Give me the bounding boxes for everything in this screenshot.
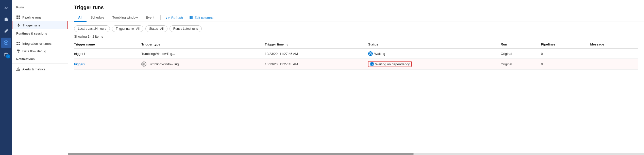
time-filter-pill[interactable]: Local : Last 24 hours (74, 25, 110, 32)
pencil-icon (4, 28, 9, 34)
refresh-button[interactable]: Refresh (163, 14, 186, 21)
sidebar-item-trigger-runs[interactable]: Trigger runs (12, 21, 68, 29)
svg-point-14 (18, 70, 19, 70)
divider3 (12, 64, 68, 64)
message-cell-2 (590, 59, 638, 70)
trigger-time-cell-1: 10/23/20, 11:27:45 AM (265, 49, 368, 59)
col-header-status: Status (368, 40, 501, 49)
svg-rect-8 (19, 42, 20, 43)
sort-icon: ↑↓ (285, 43, 288, 46)
horizontal-scrollbar[interactable] (68, 153, 644, 155)
briefcase-nav-button[interactable]: 2 (1, 49, 11, 59)
alerts-metrics-icon (16, 67, 20, 71)
run-cell-1: Original (501, 49, 541, 59)
status-cell-2: Waiting on dependency (368, 59, 501, 70)
pipelines-cell-2: 0 (541, 59, 590, 70)
data-flow-debug-icon (16, 49, 20, 53)
tab-event[interactable]: Event (142, 13, 158, 22)
cancel-symbol (142, 63, 145, 66)
main-content: Trigger runs All Schedule Tumbling windo… (68, 0, 644, 155)
edit-columns-label: Edit columns (195, 16, 213, 20)
sidebar-item-data-flow-debug[interactable]: Data flow debug (12, 47, 68, 55)
svg-rect-6 (19, 18, 20, 19)
trigger-time-cell-2: 10/23/20, 11:27:45 AM (265, 59, 368, 70)
trigger-runs-label: Trigger runs (23, 23, 40, 27)
showing-text: Showing 1 - 2 items (68, 35, 644, 40)
name-filter-pill[interactable]: Trigger name : All (112, 25, 143, 32)
scrollbar-thumb[interactable] (68, 153, 414, 155)
table-area: Trigger name Trigger type Trigger time ↑… (68, 40, 644, 153)
svg-rect-10 (19, 44, 20, 45)
svg-rect-5 (16, 18, 18, 19)
table-row: trigger2 TumblingWindowTrig... 10/23/20,… (74, 59, 638, 70)
trigger-type-cell-2: TumblingWindowTrig... (141, 59, 265, 70)
tab-all[interactable]: All (74, 13, 87, 22)
svg-rect-4 (19, 16, 20, 17)
divider2 (12, 38, 68, 38)
integration-runtimes-icon (16, 41, 20, 45)
pipeline-runs-icon (16, 15, 20, 19)
tab-divider (160, 15, 161, 20)
waiting-icon-2 (370, 62, 374, 66)
runtimes-section-label: Runtimes & sessions (12, 29, 68, 36)
edit-columns-button[interactable]: Edit columns (186, 14, 216, 21)
cancel-icon (141, 61, 146, 67)
trigger2-link[interactable]: trigger2 (74, 62, 85, 66)
monitor-icon (4, 40, 9, 45)
message-cell-1 (590, 49, 638, 59)
filters-area: Local : Last 24 hours Trigger name : All… (68, 22, 644, 35)
trigger-runs-icon (16, 23, 21, 27)
tab-schedule[interactable]: Schedule (87, 13, 108, 22)
col-header-pipelines: Pipelines (541, 40, 590, 49)
sidebar-item-alerts-metrics[interactable]: Alerts & metrics (12, 65, 68, 73)
pencil-nav-button[interactable] (1, 26, 11, 36)
status-cell-1: Waiting (368, 49, 501, 59)
home-nav-button[interactable] (1, 14, 11, 24)
sidebar: Runs Pipeline runs Trigger runs Runtimes… (12, 0, 68, 155)
trigger-runs-table: Trigger name Trigger type Trigger time ↑… (74, 40, 638, 70)
waiting-icon-1 (368, 51, 373, 56)
tab-bar: All Schedule Tumbling window Event Refre… (74, 13, 638, 22)
integration-runtimes-label: Integration runtimes (22, 42, 52, 45)
svg-rect-9 (16, 44, 18, 45)
trigger-name-cell-1: trigger1 (74, 49, 141, 59)
svg-point-12 (18, 52, 19, 53)
clock-icon (369, 52, 372, 55)
page-header: Trigger runs All Schedule Tumbling windo… (68, 0, 644, 22)
status-filter-pill[interactable]: Status : All (145, 25, 167, 32)
refresh-icon (166, 16, 170, 20)
svg-rect-3 (16, 16, 18, 17)
monitor-nav-button[interactable] (1, 38, 11, 48)
svg-rect-7 (16, 42, 18, 43)
col-header-trigger-name: Trigger name (74, 40, 141, 49)
clock-icon-2 (370, 63, 374, 66)
alerts-metrics-label: Alerts & metrics (22, 67, 45, 71)
runs-section-label: Runs (12, 3, 68, 10)
divider1 (12, 12, 68, 12)
col-header-trigger-time[interactable]: Trigger time ↑↓ (265, 40, 368, 49)
home-icon (4, 17, 9, 22)
icon-bar: ≫ 2 (0, 0, 12, 155)
data-flow-debug-label: Data flow debug (22, 49, 46, 53)
table-row: trigger1 TumblingWindowTrig... 10/23/20,… (74, 49, 638, 59)
tab-tumbling-window[interactable]: Tumbling window (108, 13, 142, 22)
run-cell-2: Original (501, 59, 541, 70)
svg-point-1 (5, 42, 7, 43)
expand-nav-button[interactable]: ≫ (1, 3, 11, 13)
status-boxed-cell: Waiting on dependency (368, 61, 411, 67)
col-header-trigger-type: Trigger type (141, 40, 265, 49)
notifications-section-label: Notifications (12, 55, 68, 62)
badge-count: 2 (6, 54, 10, 58)
edit-columns-icon (189, 16, 193, 20)
page-title: Trigger runs (74, 5, 638, 10)
runs-filter-pill[interactable]: Runs : Latest runs (170, 25, 202, 32)
trigger-type-cell-1: TumblingWindowTrig... (141, 49, 265, 59)
sidebar-item-integration-runtimes[interactable]: Integration runtimes (12, 40, 68, 47)
col-header-run: Run (501, 40, 541, 49)
sidebar-item-pipeline-runs[interactable]: Pipeline runs (12, 13, 68, 21)
trigger-name-cell-2[interactable]: trigger2 (74, 59, 141, 70)
pipeline-runs-label: Pipeline runs (22, 16, 41, 19)
pipelines-cell-1: 0 (541, 49, 590, 59)
col-header-message: Message (590, 40, 638, 49)
refresh-label: Refresh (171, 16, 183, 20)
